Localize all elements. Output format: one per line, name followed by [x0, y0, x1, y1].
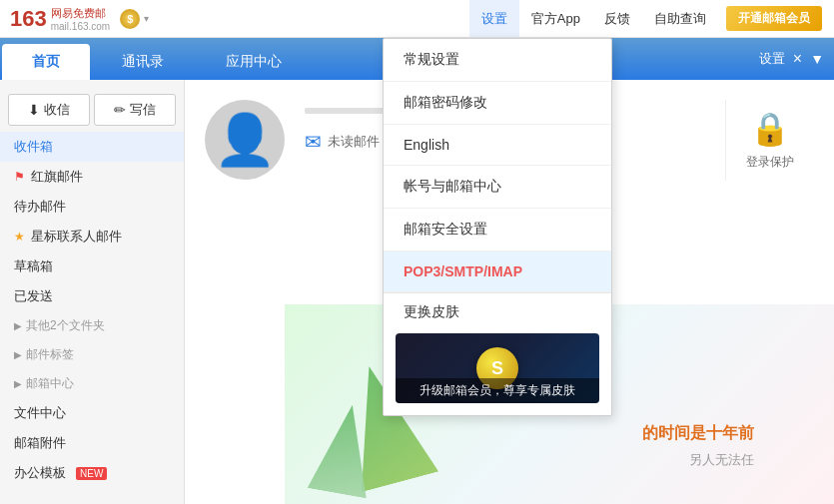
sidebar-item-todo[interactable]: 待办邮件: [0, 192, 184, 222]
filecenter-label: 文件中心: [14, 404, 66, 422]
inbox-label: 收件箱: [14, 138, 53, 156]
logo-sub: 网易免费邮 mail.163.com: [51, 6, 110, 32]
dropdown-account[interactable]: 帐号与邮箱中心: [384, 166, 611, 209]
sidebar-item-templates[interactable]: 办公模板 NEW: [0, 458, 184, 488]
login-info: 另人无法任: [689, 451, 754, 469]
sidebar-item-flagged[interactable]: ⚑ 红旗邮件: [0, 162, 184, 192]
coin-area[interactable]: $ ▾: [120, 9, 149, 29]
mail-icon-area: ✉ 未读邮件: [305, 130, 385, 154]
time-text: 的时间是十年前: [642, 423, 754, 444]
dropdown-english[interactable]: English: [384, 125, 611, 166]
flag-icon: ⚑: [14, 170, 25, 184]
sidebar: ⬇ 收信 ✏ 写信 收件箱 ⚑ 红旗邮件 待办邮件 ★ 星标联系人邮件 草稿箱 …: [0, 80, 185, 504]
receive-button[interactable]: ⬇ 收信: [8, 94, 90, 126]
download-icon: ⬇: [28, 102, 40, 118]
nav-feedback[interactable]: 反馈: [592, 0, 642, 37]
templates-label: 办公模板: [14, 464, 66, 482]
nav-app[interactable]: 官方App: [519, 0, 592, 37]
logo-area: 163 网易免费邮 mail.163.com $ ▾: [0, 6, 200, 32]
dropdown-skin[interactable]: 更换皮肤: [384, 293, 611, 325]
skin-banner-text: 升级邮箱会员，尊享专属皮肤: [396, 378, 599, 403]
mailcenter-label: 邮箱中心: [26, 375, 74, 392]
sidebar-item-inbox[interactable]: 收件箱: [0, 132, 184, 162]
sidebar-item-mailcenter[interactable]: ▶ 邮箱中心: [0, 369, 184, 398]
folders-label: 其他2个文件夹: [26, 317, 105, 334]
attachments-label: 邮箱附件: [14, 434, 66, 452]
sidebar-item-labels[interactable]: ▶ 邮件标签: [0, 340, 184, 369]
dropdown-password[interactable]: 邮箱密码修改: [384, 82, 611, 125]
nav-help[interactable]: 自助查询: [642, 0, 718, 37]
tab-contacts[interactable]: 通讯录: [92, 44, 194, 80]
mail-icon: ✉: [305, 130, 322, 154]
drafts-label: 草稿箱: [14, 257, 53, 275]
settings-dropdown: 常规设置 邮箱密码修改 English 帐号与邮箱中心 邮箱安全设置 POP3/…: [383, 38, 612, 416]
sent-label: 已发送: [14, 287, 53, 305]
dropdown-general[interactable]: 常规设置: [384, 39, 611, 82]
vip-button[interactable]: 开通邮箱会员: [726, 6, 822, 31]
top-bar: 163 网易免费邮 mail.163.com $ ▾ 设置 官方App 反馈 自…: [0, 0, 834, 38]
sidebar-item-sent[interactable]: 已发送: [0, 281, 184, 311]
coin-icon: $: [120, 9, 140, 29]
username-box: [305, 108, 385, 114]
logo-163: 163: [10, 6, 47, 32]
profile-info: ✉ 未读邮件: [305, 100, 385, 154]
login-protect-label: 登录保护: [746, 154, 794, 171]
logo-sub-top: 网易免费邮: [51, 6, 110, 21]
nav-settings[interactable]: 设置: [469, 0, 519, 37]
main-nav-right: 设置 × ▼: [759, 38, 834, 80]
folder-arrow-icon: ▶: [14, 320, 22, 331]
starred-label: 星标联系人邮件: [31, 228, 122, 246]
top-nav: 设置 官方App 反馈 自助查询 开通邮箱会员: [469, 0, 834, 37]
coin-arrow: ▾: [144, 13, 149, 24]
edit-icon: ✏: [114, 102, 126, 118]
sidebar-item-starred[interactable]: ★ 星标联系人邮件: [0, 222, 184, 252]
lock-icon: 🔒: [750, 110, 790, 148]
login-protect-area: 🔒 登录保护: [725, 100, 814, 181]
tab-apps[interactable]: 应用中心: [196, 44, 312, 80]
sidebar-item-attachments[interactable]: 邮箱附件: [0, 428, 184, 458]
nav-arrow-icon[interactable]: ▼: [810, 51, 824, 67]
compose-button[interactable]: ✏ 写信: [94, 94, 176, 126]
skin-banner[interactable]: S 升级邮箱会员，尊享专属皮肤: [396, 333, 599, 403]
flagged-label: 红旗邮件: [31, 168, 83, 186]
new-badge: NEW: [76, 467, 107, 480]
sidebar-action-buttons: ⬇ 收信 ✏ 写信: [0, 88, 184, 132]
labels-label: 邮件标签: [26, 346, 74, 363]
sidebar-item-filecenter[interactable]: 文件中心: [0, 398, 184, 428]
star-icon: ★: [14, 230, 25, 244]
dropdown-pop3[interactable]: POP3/SMTP/IMAP: [384, 252, 611, 292]
avatar-person-icon: 👤: [214, 115, 276, 165]
sidebar-item-folders[interactable]: ▶ 其他2个文件夹: [0, 311, 184, 340]
labels-arrow-icon: ▶: [14, 349, 22, 360]
unread-label: 未读邮件: [328, 133, 380, 151]
mailcenter-arrow-icon: ▶: [14, 378, 22, 389]
dropdown-security[interactable]: 邮箱安全设置: [384, 209, 611, 252]
todo-label: 待办邮件: [14, 198, 66, 216]
nav-close-icon[interactable]: ×: [793, 50, 802, 68]
compose-label: 写信: [130, 101, 156, 119]
nav-setting-label[interactable]: 设置: [759, 50, 785, 68]
avatar: 👤: [205, 100, 285, 180]
receive-label: 收信: [44, 101, 70, 119]
logo-sub-bottom: mail.163.com: [51, 21, 110, 32]
sidebar-item-drafts[interactable]: 草稿箱: [0, 252, 184, 281]
tab-home[interactable]: 首页: [2, 44, 90, 80]
